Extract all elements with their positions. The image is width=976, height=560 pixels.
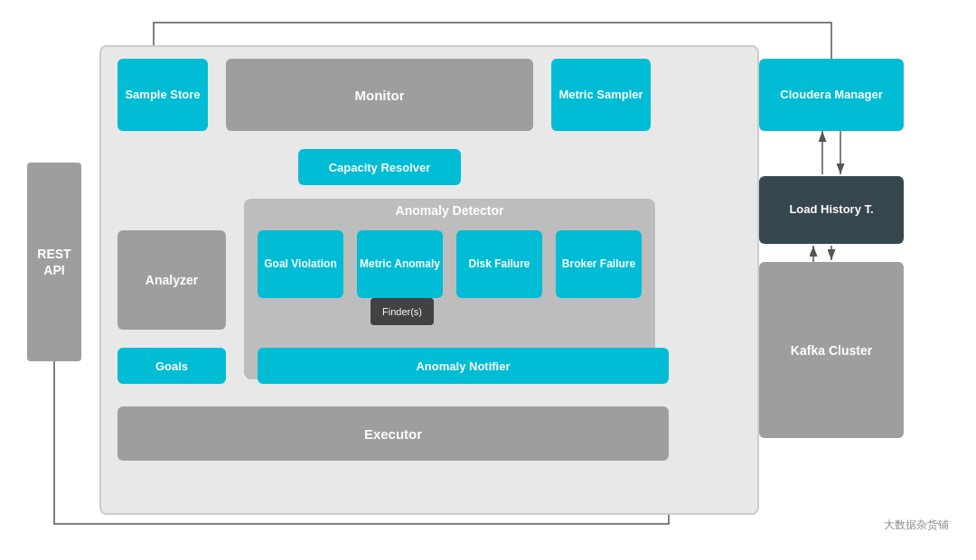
- metric-sampler-box: Metric Sampler: [551, 59, 651, 131]
- capacity-resolver-box: Capacity Resolver: [298, 149, 461, 185]
- analyzer-box: Analyzer: [117, 230, 226, 330]
- kafka-cluster-box: Kafka Cluster: [759, 262, 904, 438]
- anomaly-detector-label: Anomaly Detector: [244, 203, 655, 218]
- metric-anomaly-box: Metric Anomaly: [357, 230, 443, 298]
- cloudera-manager-box: Cloudera Manager: [759, 59, 904, 131]
- broker-failure-box: Broker Failure: [556, 230, 642, 298]
- rest-api-box: REST API: [27, 163, 81, 361]
- sample-store-box: Sample Store: [117, 59, 208, 131]
- anomaly-notifier-box: Anomaly Notifier: [258, 348, 669, 384]
- goals-box: Goals: [117, 348, 226, 384]
- goal-violation-box: Goal Violation: [258, 230, 343, 298]
- disk-failure-box: Disk Failure: [456, 230, 542, 298]
- executor-box: Executor: [117, 406, 669, 461]
- monitor-box: Monitor: [226, 59, 533, 131]
- load-history-box: Load History T.: [759, 176, 904, 244]
- diagram-container: REST API Sample Store Monitor Metric Sam…: [0, 0, 976, 560]
- watermark: 大数据杂货铺: [884, 518, 949, 533]
- finders-box: Finder(s): [371, 298, 434, 325]
